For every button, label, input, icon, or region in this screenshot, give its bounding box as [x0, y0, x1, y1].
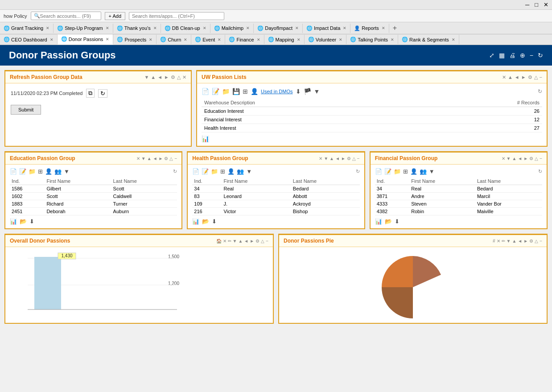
excel-icon[interactable]: 📊	[10, 218, 17, 225]
chevron-up-icon[interactable]: ▲	[238, 239, 243, 243]
add-tab-button[interactable]: +	[389, 22, 400, 34]
chevron-left-icon[interactable]: ◄	[335, 156, 340, 161]
chevron-down-icon[interactable]: ▼	[141, 156, 146, 161]
download-icon[interactable]: ⬇	[296, 88, 301, 95]
close-panel-icon[interactable]: ✕	[182, 74, 186, 80]
file-icon[interactable]: 📁	[394, 168, 401, 175]
maximize-button[interactable]: □	[535, 1, 538, 8]
chevron-right-icon[interactable]: ►	[523, 239, 528, 243]
add-doc-icon[interactable]: 📝	[202, 168, 209, 175]
grid-icon[interactable]: ▦	[499, 52, 505, 59]
gear-icon[interactable]: ⚙	[529, 156, 533, 161]
user-icon[interactable]: 👤	[45, 168, 52, 175]
dropdown-icon[interactable]: ▼	[429, 168, 435, 175]
tab-close-icon[interactable]: ✕	[46, 26, 49, 30]
user-icon[interactable]: 👤	[251, 88, 258, 95]
gear-icon[interactable]: ⚙	[529, 239, 533, 243]
expand-icon[interactable]: △	[352, 156, 356, 161]
minus-icon[interactable]: −	[357, 156, 360, 161]
expand-panel-icon[interactable]: △	[177, 74, 181, 80]
tab-close-icon[interactable]: ✕	[257, 37, 260, 42]
tab-ceo-dashboard[interactable]: 🌐 CEO Dashboard ✕	[0, 35, 58, 44]
user2-icon[interactable]: 👥	[54, 168, 62, 175]
search-items-box[interactable]	[129, 12, 224, 20]
tab-close-icon[interactable]: ✕	[391, 37, 394, 42]
minus-icon[interactable]: −	[540, 239, 542, 243]
doc-icon[interactable]: 📄	[375, 168, 382, 175]
refresh-table-icon[interactable]: ↻	[538, 169, 542, 174]
chevron-down-icon[interactable]: ▼	[144, 74, 149, 80]
chevron-up-icon[interactable]: ▲	[512, 156, 516, 161]
dropdown-icon[interactable]: ▼	[64, 168, 70, 175]
submit-button[interactable]: Submit	[11, 105, 41, 115]
download-icon[interactable]: ⬇	[212, 218, 217, 225]
excel-icon[interactable]: 📊	[375, 218, 382, 225]
minus-icon[interactable]: −	[266, 239, 268, 243]
print-icon[interactable]: 🖨	[509, 52, 515, 59]
search-accounts-input[interactable]	[40, 13, 98, 19]
tab-dayofimpact[interactable]: 🌐 DayofImpact ✕	[254, 24, 303, 33]
doc-icon[interactable]: 📄	[192, 168, 199, 175]
file-icon[interactable]: 📁	[211, 168, 218, 175]
home-icon[interactable]: 🏠	[216, 239, 222, 243]
refresh-table-icon[interactable]: ↻	[538, 88, 542, 95]
gear-icon[interactable]: ⚙	[255, 239, 260, 243]
chevron-right-icon[interactable]: ►	[159, 156, 163, 161]
user-icon[interactable]: 👤	[227, 168, 235, 175]
close-icon[interactable]: ✕	[497, 239, 500, 243]
chevron-up-icon[interactable]: ▲	[512, 239, 516, 243]
search-accounts-box[interactable]: 🔍	[31, 12, 101, 20]
dropdown-icon[interactable]: ▼	[314, 88, 320, 95]
close-icon[interactable]: ✕	[223, 239, 227, 243]
filter-icon[interactable]: ⊞	[220, 168, 225, 175]
flag-icon[interactable]: 🏴	[304, 88, 311, 95]
chevron-down-icon[interactable]: ▼	[324, 156, 328, 161]
folder-icon[interactable]: 📂	[202, 218, 209, 225]
chevron-left-icon[interactable]: ◄	[518, 156, 522, 161]
gear-icon[interactable]: ⚙	[171, 74, 175, 80]
tab-thankyou[interactable]: 🌐 Thank you's ✕	[113, 24, 161, 33]
add-doc-icon[interactable]: 📝	[19, 168, 26, 175]
user-icon[interactable]: 👤	[410, 168, 417, 175]
tab-close-icon[interactable]: ✕	[153, 26, 157, 30]
refresh-small-icon[interactable]: ↻	[98, 89, 107, 98]
tab-close-icon[interactable]: ✕	[297, 37, 301, 42]
save-icon[interactable]: 💾	[232, 88, 240, 95]
doc-icon[interactable]: 📄	[202, 88, 209, 95]
add-doc-icon[interactable]: 📝	[384, 168, 391, 175]
filter-icon[interactable]: ⊞	[403, 168, 408, 175]
minus-icon[interactable]: −	[540, 156, 542, 161]
tab-close-icon[interactable]: ✕	[382, 26, 385, 30]
folder-icon[interactable]: 📂	[20, 218, 27, 225]
chevron-left-icon[interactable]: ◄	[244, 239, 248, 243]
tab-close-icon[interactable]: ✕	[106, 26, 109, 30]
chevron-down-icon[interactable]: ▼	[507, 239, 511, 243]
tab-event[interactable]: 🌐 Event ✕	[191, 35, 225, 44]
chevron-down-icon[interactable]: ▼	[233, 239, 237, 243]
tab-close-icon[interactable]: ✕	[343, 26, 346, 30]
gear-icon[interactable]: ⚙	[347, 156, 351, 161]
gear-icon[interactable]: ⚙	[164, 156, 168, 161]
tab-talking-points[interactable]: 🌐 Talking Points ✕	[346, 35, 398, 44]
download-icon[interactable]: ⬇	[395, 218, 400, 225]
tab-close-icon[interactable]: ✕	[339, 37, 342, 42]
chevron-right-icon[interactable]: ►	[523, 156, 528, 161]
pencil-icon[interactable]: ✏	[228, 239, 231, 243]
add-doc-icon[interactable]: 📝	[212, 88, 219, 95]
doc-icon[interactable]: 📄	[10, 168, 17, 175]
tab-reports[interactable]: 👤 Reports ✕	[350, 24, 389, 33]
tab-close-icon[interactable]: ✕	[184, 37, 187, 42]
chevron-right-icon[interactable]: ►	[521, 74, 526, 80]
minus-icon[interactable]: −	[540, 74, 542, 80]
tab-close-icon[interactable]: ✕	[295, 26, 299, 30]
excel-icon[interactable]: 📊	[192, 218, 199, 225]
chevron-right-icon[interactable]: ►	[250, 239, 254, 243]
chevron-left-icon[interactable]: ◄	[157, 74, 162, 80]
dropdown-icon[interactable]: ▼	[246, 168, 252, 175]
chevron-up-icon[interactable]: ▲	[330, 156, 334, 161]
filter-icon[interactable]: ⊞	[243, 88, 248, 95]
tab-finance[interactable]: 🌐 Finance ✕	[225, 35, 264, 44]
tab-mapping[interactable]: 🌐 Mapping ✕	[264, 35, 305, 44]
chevron-up-icon[interactable]: ▲	[508, 74, 513, 80]
hashtag-icon[interactable]: #	[493, 239, 495, 243]
